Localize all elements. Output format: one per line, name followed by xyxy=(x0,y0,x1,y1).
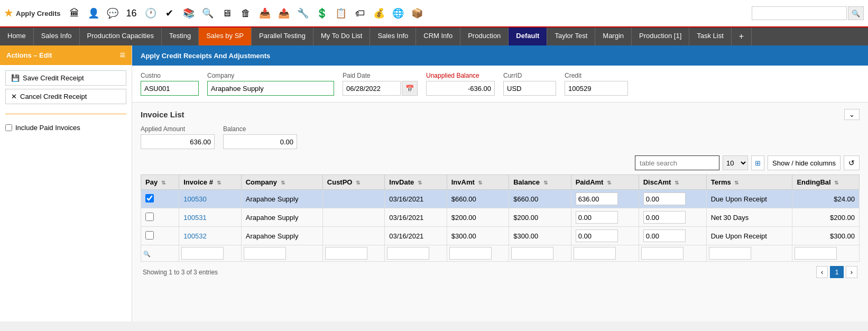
credit-input[interactable] xyxy=(565,81,628,96)
show-hide-columns-button[interactable]: Show / hide columns xyxy=(768,155,841,170)
nav-tab-taylor-test[interactable]: Taylor Test xyxy=(547,27,595,45)
filter-company[interactable] xyxy=(244,247,286,260)
cancel-credit-receipt-button[interactable]: ✕ Cancel Credit Receipt xyxy=(5,89,126,104)
terms-cell-1: Net 30 Days xyxy=(706,208,792,227)
paidamt-input-1[interactable] xyxy=(576,211,618,224)
balance-input[interactable] xyxy=(223,134,297,149)
pay-checkbox-2[interactable] xyxy=(145,231,154,240)
invoice-link-2[interactable]: 100532 xyxy=(183,232,206,240)
rows-per-page-select[interactable]: 10 25 50 100 xyxy=(723,155,748,170)
next-page-button[interactable]: › xyxy=(846,266,857,278)
main-layout: Actions – Edit ≡ 💾 Save Credit Receipt ✕… xyxy=(0,45,868,321)
sidebar-divider xyxy=(5,114,126,114)
monitor-icon[interactable]: 🖥 xyxy=(218,5,235,22)
dollar-icon[interactable]: 💲 xyxy=(313,5,330,22)
include-paid-checkbox[interactable] xyxy=(5,124,12,131)
nav-tab-sales-by-sp[interactable]: Sales by SP xyxy=(199,27,252,45)
company-input[interactable] xyxy=(207,81,334,96)
invoice-link-0[interactable]: 100530 xyxy=(183,195,206,203)
nav-tab-my-to-do-list[interactable]: My To Do List xyxy=(313,27,371,45)
paidamt-input-0[interactable] xyxy=(576,192,618,205)
filter-invdate[interactable] xyxy=(387,247,429,260)
app-title-text: Apply Credits xyxy=(16,10,61,17)
unapplied-balance-input[interactable] xyxy=(426,81,495,96)
custpo-cell-2 xyxy=(322,227,384,245)
form-area: Custno Company Paid Date 📅 Unapplied Bal… xyxy=(132,66,868,103)
search2-icon[interactable]: 🔍 xyxy=(199,5,216,22)
applied-amount-label: Applied Amount xyxy=(141,125,215,133)
invoice-link-1[interactable]: 100531 xyxy=(183,214,206,222)
nav-tab-task-list[interactable]: Task List xyxy=(689,27,732,45)
nav-tab-sales-info[interactable]: Sales Info xyxy=(370,27,416,45)
calendar-button[interactable]: 📅 xyxy=(402,81,418,96)
filter-discamt[interactable] xyxy=(641,247,684,260)
nav-tab-home[interactable]: Home xyxy=(0,27,34,45)
upload-icon[interactable]: 📤 xyxy=(275,5,292,22)
page-1-button[interactable]: 1 xyxy=(830,266,843,278)
paidamt-input-2[interactable] xyxy=(576,229,618,242)
page-controls: ‹ 1 › xyxy=(816,266,857,278)
trash-icon[interactable]: 🗑 xyxy=(237,5,254,22)
discamt-input-1[interactable] xyxy=(643,211,686,224)
discamt-input-0[interactable] xyxy=(643,192,686,205)
nav-tab-production-[1][interactable]: Production [1] xyxy=(632,27,689,45)
invdate-cell-1: 03/16/2021 xyxy=(385,208,447,227)
nav-tab-crm-info[interactable]: CRM Info xyxy=(416,27,460,45)
unapplied-balance-label: Unapplied Balance xyxy=(426,72,495,79)
table-row: 100530Arapahoe Supply03/16/2021$660.00$6… xyxy=(141,190,860,208)
filter-endingbal[interactable] xyxy=(795,247,837,260)
applied-amount-input[interactable] xyxy=(141,134,215,149)
nav-tab-+[interactable]: + xyxy=(732,27,752,45)
invoice-section: Invoice List ⌄ Applied Amount Balance 10… xyxy=(132,103,868,289)
check-icon[interactable]: ✔ xyxy=(161,5,178,22)
download-icon[interactable]: 📥 xyxy=(256,5,273,22)
balance-cell-0: $660.00 xyxy=(509,190,571,208)
global-search-button[interactable]: 🔍 xyxy=(848,6,864,20)
tag-icon[interactable]: 🏷 xyxy=(352,5,368,22)
filter-terms[interactable] xyxy=(709,247,751,260)
nav-tab-testing[interactable]: Testing xyxy=(162,27,199,45)
filter-paidamt[interactable] xyxy=(574,247,616,260)
company-cell-1: Arapahoe Supply xyxy=(241,208,322,227)
clipboard-icon[interactable]: 📋 xyxy=(333,5,349,22)
clock-icon[interactable]: 🕐 xyxy=(142,5,159,22)
pay-checkbox-1[interactable] xyxy=(145,213,154,221)
filter-invoice[interactable] xyxy=(181,247,224,260)
export-button[interactable]: ⊞ xyxy=(751,155,764,170)
bank-icon[interactable]: 🏛 xyxy=(66,5,83,22)
nav-tab-margin[interactable]: Margin xyxy=(595,27,632,45)
filter-invamt[interactable] xyxy=(449,247,492,260)
pay-checkbox-0[interactable] xyxy=(145,194,154,203)
currid-input[interactable] xyxy=(503,81,556,96)
nav-tab-production-capacities[interactable]: Production Capacities xyxy=(80,27,162,45)
table-search-input[interactable] xyxy=(635,155,719,170)
invoice-table: Pay ⇅ Invoice # ⇅ Company ⇅ CustPO ⇅ Inv… xyxy=(141,174,860,262)
chat-icon[interactable]: 💬 xyxy=(104,5,121,22)
nav-tab-default[interactable]: Default xyxy=(509,27,547,45)
box-icon[interactable]: 📦 xyxy=(409,5,426,22)
custno-input[interactable] xyxy=(141,81,199,96)
terms-cell-2: Due Upon Receipt xyxy=(706,227,792,245)
nav-tab-production[interactable]: Production xyxy=(460,27,509,45)
discamt-input-2[interactable] xyxy=(643,229,686,242)
badge-icon[interactable]: 16 xyxy=(123,5,140,22)
reset-button[interactable]: ↺ xyxy=(844,155,860,170)
nav-tab-sales-info[interactable]: Sales Info xyxy=(34,27,80,45)
person-icon[interactable]: 👤 xyxy=(85,5,102,22)
filter-custpo[interactable] xyxy=(325,247,367,260)
tools-icon[interactable]: 🔧 xyxy=(294,5,311,22)
collapse-button[interactable]: ⌄ xyxy=(844,109,860,120)
filter-balance[interactable] xyxy=(511,247,553,260)
custno-label: Custno xyxy=(141,72,199,79)
layers-icon[interactable]: 📚 xyxy=(180,5,197,22)
globe-icon[interactable]: 🌐 xyxy=(390,5,407,22)
save-credit-receipt-button[interactable]: 💾 Save Credit Receipt xyxy=(5,70,126,86)
custpo-cell-1 xyxy=(322,208,384,227)
col-invamt: InvAmt ⇅ xyxy=(447,175,509,190)
nav-tab-parallel-testing[interactable]: Parallel Testing xyxy=(252,27,313,45)
prev-page-button[interactable]: ‹ xyxy=(816,266,828,278)
money-icon[interactable]: 💰 xyxy=(371,5,387,22)
global-search-input[interactable] xyxy=(752,6,847,20)
paid-date-input[interactable] xyxy=(343,81,401,96)
sidebar-menu-icon[interactable]: ≡ xyxy=(119,50,125,61)
